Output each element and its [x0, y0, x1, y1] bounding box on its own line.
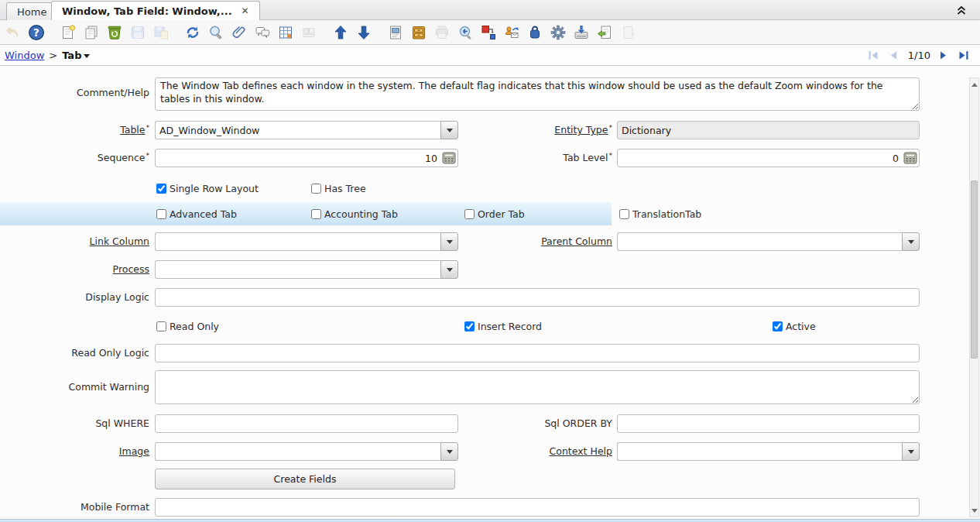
image-input[interactable]	[155, 442, 440, 461]
breadcrumb-window-link[interactable]: Window	[5, 50, 44, 61]
parent-column-dropdown-button[interactable]	[902, 232, 920, 251]
read-only-label: Read Only	[170, 321, 219, 332]
advanced-tab-checkbox[interactable]	[156, 209, 166, 219]
tab-level-input[interactable]	[617, 149, 920, 167]
tab-level-field-wrap	[617, 149, 920, 167]
breadcrumb-bar: Window > Tab 1/10	[0, 45, 980, 66]
table-input[interactable]	[155, 121, 440, 139]
table-zoom-link[interactable]: Table	[120, 124, 145, 136]
entity-type-zoom-link[interactable]: Entity Type	[554, 124, 608, 136]
link-column-input[interactable]	[155, 232, 440, 251]
tab-home[interactable]: Home	[6, 2, 57, 20]
commit-warning-textarea[interactable]	[155, 370, 920, 404]
comment-help-textarea[interactable]: The Window Tab defines each window in th…	[155, 77, 920, 111]
sql-order-by-input[interactable]	[617, 414, 920, 433]
parent-column-zoom-link[interactable]: Parent Column	[541, 235, 612, 247]
record-position: 1/10	[908, 50, 930, 61]
process-dropdown-button[interactable]	[440, 260, 458, 279]
image-zoom-link[interactable]: Image	[119, 445, 149, 457]
next-record-icon[interactable]	[937, 49, 951, 61]
tab-home-label: Home	[17, 6, 46, 18]
has-tree-checkbox[interactable]	[311, 184, 321, 194]
window-tab-bar: Home Window, Tab Field: Window,... ✕	[0, 0, 980, 20]
image-label: Image	[0, 442, 149, 461]
attachment-icon[interactable]	[230, 23, 248, 42]
mobile-format-input[interactable]	[155, 498, 920, 517]
calculator-icon[interactable]	[442, 152, 456, 164]
dropdown-arrow-icon	[908, 450, 914, 454]
order-tab-checkbox-item: Order Tab	[464, 207, 525, 221]
order-tab-checkbox[interactable]	[464, 209, 475, 219]
process-zoom-link[interactable]: Process	[113, 263, 149, 275]
sql-where-label: Sql WHERE	[0, 414, 149, 433]
help-icon[interactable]: ?	[27, 23, 46, 42]
read-only-logic-label: Read Only Logic	[0, 344, 149, 362]
scroll-down-button[interactable]	[970, 505, 978, 516]
breadcrumb-separator: >	[49, 50, 57, 61]
image-dropdown-button[interactable]	[440, 442, 458, 461]
zoom-across-icon[interactable]	[456, 23, 475, 42]
active-checkbox[interactable]	[773, 321, 783, 331]
collapse-header-icon[interactable]	[955, 4, 968, 16]
workflow-icon[interactable]	[479, 23, 498, 42]
translation-tab-checkbox[interactable]	[619, 209, 629, 219]
tab-window-tab-field[interactable]: Window, Tab Field: Window,... ✕	[51, 1, 260, 20]
process-icon[interactable]	[549, 23, 567, 42]
sql-where-input[interactable]	[155, 414, 458, 433]
csv-import-icon[interactable]	[595, 23, 614, 42]
translation-tab-checkbox-item: TranslationTab	[619, 207, 701, 221]
delete-record-icon[interactable]	[105, 23, 124, 42]
read-only-logic-input[interactable]	[155, 344, 920, 362]
vertical-scrollbar[interactable]	[969, 77, 979, 517]
report-icon[interactable]	[386, 23, 405, 42]
breadcrumb-tab-selector[interactable]: Tab	[62, 50, 90, 61]
chevron-down-icon	[84, 54, 90, 58]
read-only-checkbox[interactable]	[156, 321, 166, 331]
close-tab-icon[interactable]: ✕	[242, 5, 249, 16]
mobile-format-label: Mobile Format	[0, 498, 149, 517]
single-row-layout-checkbox[interactable]	[156, 184, 166, 194]
entity-type-label: Entity Type*	[464, 121, 612, 139]
calculator-icon[interactable]	[903, 152, 917, 164]
context-help-input[interactable]	[617, 442, 902, 461]
insert-record-checkbox[interactable]	[464, 321, 475, 331]
export-icon[interactable]	[572, 23, 591, 42]
parent-column-input[interactable]	[617, 232, 902, 251]
sequence-input[interactable]	[155, 149, 458, 167]
dropdown-arrow-icon	[447, 450, 453, 454]
context-help-combobox	[617, 442, 920, 461]
accounting-tab-checkbox[interactable]	[311, 209, 321, 219]
scrollbar-thumb[interactable]	[971, 180, 978, 359]
requests-icon[interactable]	[502, 23, 521, 42]
table-dropdown-button[interactable]	[440, 121, 458, 139]
context-help-dropdown-button[interactable]	[902, 442, 920, 461]
link-column-zoom-link[interactable]: Link Column	[90, 235, 149, 247]
image-combobox	[155, 442, 458, 461]
process-input[interactable]	[155, 260, 440, 279]
status-strip	[0, 519, 980, 522]
accounting-tab-checkbox-item: Accounting Tab	[311, 207, 398, 221]
translation-tab-label: TranslationTab	[632, 208, 701, 220]
link-column-label: Link Column	[0, 232, 149, 251]
refresh-icon[interactable]	[183, 23, 202, 42]
scroll-up-button[interactable]	[970, 79, 978, 90]
has-tree-checkbox-item: Has Tree	[311, 181, 366, 195]
chat-icon[interactable]	[253, 23, 272, 42]
create-fields-button[interactable]: Create Fields	[155, 469, 455, 489]
parent-record-icon[interactable]	[331, 23, 350, 42]
detail-record-icon[interactable]	[355, 23, 373, 42]
display-logic-input[interactable]	[155, 288, 920, 307]
last-record-icon[interactable]	[957, 49, 971, 61]
display-logic-label: Display Logic	[0, 288, 149, 307]
context-help-zoom-link[interactable]: Context Help	[550, 445, 612, 457]
new-record-icon[interactable]	[59, 23, 77, 42]
link-column-dropdown-button[interactable]	[440, 232, 458, 251]
find-icon[interactable]	[207, 23, 225, 42]
advanced-tab-label: Advanced Tab	[170, 208, 237, 220]
archive-icon[interactable]	[409, 23, 428, 42]
lock-icon[interactable]	[526, 23, 544, 42]
parent-column-combobox	[617, 232, 920, 251]
print-icon	[433, 23, 451, 42]
toggle-grid-icon[interactable]	[276, 23, 295, 42]
copy-record-icon[interactable]	[82, 23, 101, 42]
